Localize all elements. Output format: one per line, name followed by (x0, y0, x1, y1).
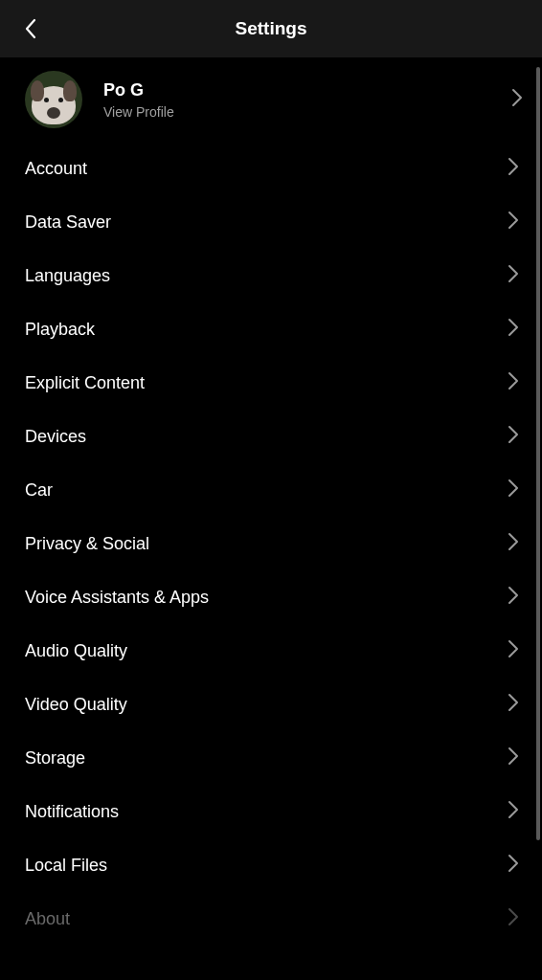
settings-item-car[interactable]: Car (0, 463, 542, 517)
chevron-right-icon (508, 318, 519, 341)
settings-item-account[interactable]: Account (0, 142, 542, 195)
chevron-right-icon (508, 586, 519, 609)
settings-item-label: About (25, 909, 70, 929)
back-button[interactable] (19, 17, 42, 40)
chevron-right-icon (508, 211, 519, 234)
chevron-right-icon (508, 264, 519, 287)
settings-item-devices[interactable]: Devices (0, 410, 542, 463)
settings-item-playback[interactable]: Playback (0, 302, 542, 356)
settings-item-notifications[interactable]: Notifications (0, 785, 542, 838)
chevron-right-icon (508, 746, 519, 769)
profile-name: Po G (103, 79, 511, 101)
chevron-right-icon (511, 88, 523, 111)
settings-item-label: Languages (25, 266, 110, 286)
settings-item-privacy-social[interactable]: Privacy & Social (0, 517, 542, 570)
chevron-right-icon (508, 693, 519, 716)
chevron-right-icon (508, 157, 519, 180)
settings-item-storage[interactable]: Storage (0, 731, 542, 785)
avatar (25, 71, 82, 128)
chevron-right-icon (508, 371, 519, 394)
scrollbar[interactable] (536, 67, 540, 840)
settings-item-label: Privacy & Social (25, 534, 149, 554)
settings-item-data-saver[interactable]: Data Saver (0, 195, 542, 249)
settings-item-voice-assistants-apps[interactable]: Voice Assistants & Apps (0, 570, 542, 624)
chevron-left-icon (24, 18, 37, 39)
settings-item-label: Voice Assistants & Apps (25, 588, 209, 608)
settings-content: Po G View Profile Account Data Saver Lan… (0, 57, 542, 946)
settings-item-explicit-content[interactable]: Explicit Content (0, 356, 542, 410)
settings-item-languages[interactable]: Languages (0, 249, 542, 302)
chevron-right-icon (508, 479, 519, 501)
settings-item-label: Storage (25, 748, 85, 768)
settings-item-video-quality[interactable]: Video Quality (0, 678, 542, 731)
chevron-right-icon (508, 800, 519, 823)
settings-item-about[interactable]: About (0, 892, 542, 946)
page-title: Settings (236, 18, 307, 39)
settings-item-local-files[interactable]: Local Files (0, 838, 542, 892)
settings-item-label: Notifications (25, 802, 119, 822)
header: Settings (0, 0, 542, 57)
chevron-right-icon (508, 907, 519, 930)
settings-item-label: Car (25, 480, 53, 501)
chevron-right-icon (508, 425, 519, 448)
settings-item-label: Audio Quality (25, 641, 127, 661)
settings-item-label: Devices (25, 427, 86, 447)
profile-subtitle: View Profile (103, 104, 511, 120)
settings-item-label: Playback (25, 320, 95, 340)
settings-item-audio-quality[interactable]: Audio Quality (0, 624, 542, 678)
chevron-right-icon (508, 639, 519, 662)
chevron-right-icon (508, 854, 519, 877)
settings-item-label: Explicit Content (25, 373, 145, 393)
profile-row[interactable]: Po G View Profile (0, 57, 542, 142)
settings-item-label: Video Quality (25, 695, 127, 715)
profile-text: Po G View Profile (103, 79, 511, 119)
chevron-right-icon (508, 532, 519, 555)
settings-item-label: Local Files (25, 856, 107, 876)
settings-item-label: Data Saver (25, 212, 111, 233)
settings-item-label: Account (25, 159, 87, 179)
